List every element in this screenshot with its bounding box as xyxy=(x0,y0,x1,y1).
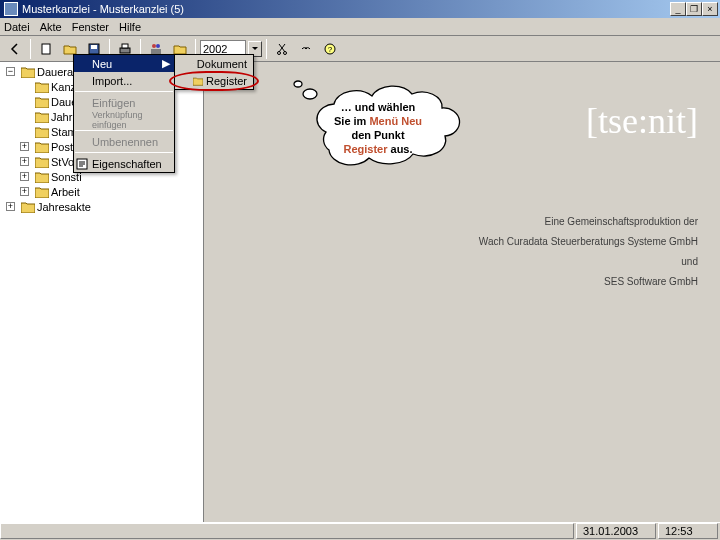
svg-rect-3 xyxy=(120,48,130,53)
callout-line: … und wählen xyxy=(341,101,416,113)
credits-line: und xyxy=(479,252,698,272)
menu-item-label: Eigenschaften xyxy=(92,158,162,170)
folder-icon xyxy=(35,126,49,138)
svg-point-9 xyxy=(284,51,287,54)
callout-line: aus. xyxy=(387,143,412,155)
collapse-icon[interactable]: − xyxy=(6,67,15,76)
menu-item-umbenennen: Umbenennen xyxy=(74,133,174,150)
menu-separator xyxy=(75,130,173,131)
tree-item-last[interactable]: +Jahresakte xyxy=(2,199,201,214)
document-icon xyxy=(193,58,194,70)
submenu-item-dokument[interactable]: Dokument xyxy=(175,55,253,72)
expand-icon[interactable]: + xyxy=(20,157,29,166)
folder-icon xyxy=(35,111,49,123)
callout-line: den Punkt xyxy=(351,129,404,141)
svg-point-6 xyxy=(156,44,160,48)
status-time: 12:53 xyxy=(658,523,718,539)
menu-item-label: Einfügen xyxy=(92,97,135,109)
toolbar-back-button[interactable] xyxy=(4,39,26,59)
status-date: 31.01.2003 xyxy=(576,523,656,539)
title-bar: Musterkanzlei - Musterkanzlei (5) _ ❐ × xyxy=(0,0,720,18)
callout-highlight: Register xyxy=(343,143,387,155)
folder-icon xyxy=(35,96,49,108)
maximize-button[interactable]: ❐ xyxy=(686,2,702,16)
menu-item-eigenschaften[interactable]: Eigenschaften xyxy=(74,155,174,172)
submenu-arrow-icon: ▶ xyxy=(162,57,170,70)
svg-rect-4 xyxy=(122,44,128,48)
toolbar-separator xyxy=(30,39,31,59)
credits-line: Eine Gemeinschaftsproduktion der xyxy=(479,212,698,232)
folder-icon xyxy=(21,66,35,78)
menu-item-label: Import... xyxy=(92,75,132,87)
toolbar-separator xyxy=(266,39,267,59)
app-icon xyxy=(4,2,18,16)
menu-item-label: Verknüpfung einfügen xyxy=(92,110,160,130)
menu-separator xyxy=(75,91,173,92)
menu-item-verknuepfung: Verknüpfung einfügen xyxy=(74,111,174,128)
expand-icon[interactable]: + xyxy=(20,172,29,181)
svg-point-8 xyxy=(278,51,281,54)
properties-icon xyxy=(76,158,88,170)
submenu-neu: Dokument Register xyxy=(174,54,254,90)
credits: Eine Gemeinschaftsproduktion der Wach Cu… xyxy=(479,212,698,292)
submenu-item-label: Register xyxy=(206,75,247,87)
callout-line: Sie im xyxy=(334,115,369,127)
toolbar-help-button[interactable]: ? xyxy=(319,39,341,59)
submenu-item-register[interactable]: Register xyxy=(175,72,253,89)
folder-icon xyxy=(35,81,49,93)
expand-icon[interactable]: + xyxy=(6,202,15,211)
menu-item-neu[interactable]: Neu ▶ xyxy=(74,55,174,72)
credits-line: SES Software GmbH xyxy=(479,272,698,292)
window-title: Musterkanzlei - Musterkanzlei (5) xyxy=(22,3,184,15)
minimize-button[interactable]: _ xyxy=(670,2,686,16)
register-icon xyxy=(193,75,203,87)
toolbar-cut-button[interactable] xyxy=(271,39,293,59)
menu-item-label: Neu xyxy=(92,58,112,70)
context-menu: Neu ▶ Import... Einfügen Verknüpfung ein… xyxy=(73,54,175,173)
menu-item-einfuegen: Einfügen xyxy=(74,94,174,111)
menu-item-label: Umbenennen xyxy=(92,136,158,148)
menu-hilfe[interactable]: Hilfe xyxy=(119,21,141,33)
folder-icon xyxy=(35,186,49,198)
toolbar-link-button[interactable] xyxy=(295,39,317,59)
callout-highlight: Menü Neu xyxy=(369,115,422,127)
credits-line: Wach Curadata Steuerberatungs Systeme Gm… xyxy=(479,232,698,252)
expand-icon[interactable]: + xyxy=(20,187,29,196)
menu-akte[interactable]: Akte xyxy=(40,21,62,33)
folder-icon xyxy=(35,171,49,183)
svg-point-15 xyxy=(303,89,317,99)
callout-cloud: … und wählen Sie im Menü Neu den Punkt R… xyxy=(288,74,452,168)
menu-item-import[interactable]: Import... xyxy=(74,72,174,89)
svg-point-14 xyxy=(294,81,302,87)
svg-rect-0 xyxy=(42,44,50,54)
expand-icon[interactable]: + xyxy=(20,142,29,151)
tree-item[interactable]: +Arbeit xyxy=(2,184,201,199)
submenu-item-label: Dokument xyxy=(197,58,247,70)
menu-datei[interactable]: Datei xyxy=(4,21,30,33)
logo: [tse:nit] xyxy=(586,100,698,142)
svg-text:?: ? xyxy=(328,45,333,54)
menu-bar: Datei Akte Fenster Hilfe xyxy=(0,18,720,36)
svg-rect-7 xyxy=(151,49,161,54)
status-bar: 31.01.2003 12:53 xyxy=(0,522,720,540)
year-value: 2002 xyxy=(203,43,227,55)
folder-icon xyxy=(35,141,49,153)
folder-icon xyxy=(35,156,49,168)
menu-fenster[interactable]: Fenster xyxy=(72,21,109,33)
toolbar-new-button[interactable] xyxy=(35,39,57,59)
svg-point-5 xyxy=(152,44,156,48)
menu-separator xyxy=(75,152,173,153)
folder-icon xyxy=(21,201,35,213)
svg-rect-2 xyxy=(91,45,97,49)
status-cell-main xyxy=(0,523,574,539)
close-button[interactable]: × xyxy=(702,2,718,16)
